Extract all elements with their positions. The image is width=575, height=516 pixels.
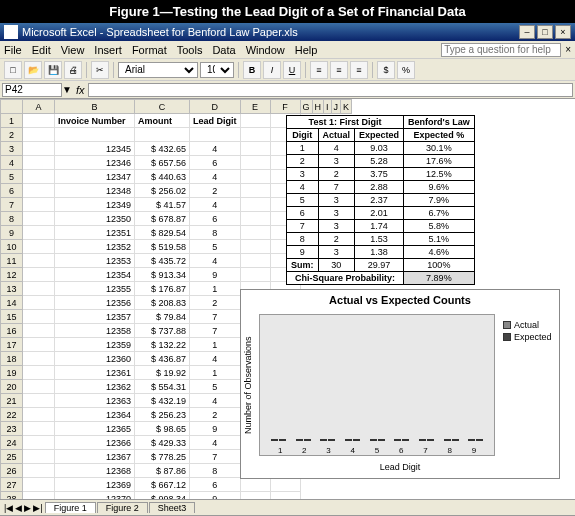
- tab-nav-last-icon[interactable]: ▶|: [33, 503, 42, 513]
- cell-amount[interactable]: $ 737.88: [135, 324, 190, 338]
- worksheet-grid[interactable]: ABCDEFGHIJK1Invoice NumberAmountLead Dig…: [0, 99, 575, 499]
- cell-invoice[interactable]: 12354: [55, 268, 135, 282]
- cell-lead-digit[interactable]: 4: [190, 142, 241, 156]
- cell-amount[interactable]: $ 435.72: [135, 254, 190, 268]
- col-header-D[interactable]: D: [190, 100, 241, 114]
- menu-file[interactable]: File: [4, 44, 22, 56]
- cell-amount[interactable]: $ 436.87: [135, 352, 190, 366]
- row-header[interactable]: 24: [1, 436, 23, 450]
- cell-amount[interactable]: $ 87.86: [135, 464, 190, 478]
- save-icon[interactable]: 💾: [44, 61, 62, 79]
- header-invoice[interactable]: Invoice Number: [55, 114, 135, 128]
- help-search-input[interactable]: [441, 43, 561, 57]
- menu-edit[interactable]: Edit: [32, 44, 51, 56]
- menu-view[interactable]: View: [61, 44, 85, 56]
- cell-amount[interactable]: $ 440.63: [135, 170, 190, 184]
- align-center-icon[interactable]: ≡: [330, 61, 348, 79]
- menu-help[interactable]: Help: [295, 44, 318, 56]
- col-header-I[interactable]: I: [324, 100, 332, 114]
- header-lead-digit[interactable]: Lead Digit: [190, 114, 241, 128]
- name-box[interactable]: P42: [2, 83, 62, 97]
- col-header-J[interactable]: J: [331, 100, 341, 114]
- cell-invoice[interactable]: 12353: [55, 254, 135, 268]
- tab-nav-next-icon[interactable]: ▶: [24, 503, 31, 513]
- row-header[interactable]: 20: [1, 380, 23, 394]
- cell-invoice[interactable]: 12347: [55, 170, 135, 184]
- row-header[interactable]: 7: [1, 198, 23, 212]
- cell-invoice[interactable]: 12365: [55, 422, 135, 436]
- font-name-select[interactable]: Arial: [118, 62, 198, 78]
- cell-amount[interactable]: $ 41.57: [135, 198, 190, 212]
- row-header[interactable]: 3: [1, 142, 23, 156]
- menu-tools[interactable]: Tools: [177, 44, 203, 56]
- cell-invoice[interactable]: [55, 128, 135, 142]
- cell-lead-digit[interactable]: 2: [190, 296, 241, 310]
- cell-lead-digit[interactable]: 9: [190, 492, 241, 500]
- cell-lead-digit[interactable]: 8: [190, 226, 241, 240]
- row-header[interactable]: 23: [1, 422, 23, 436]
- cell-lead-digit[interactable]: 8: [190, 464, 241, 478]
- cell-amount[interactable]: $ 829.54: [135, 226, 190, 240]
- formula-input[interactable]: [88, 83, 573, 97]
- cell-invoice[interactable]: 12348: [55, 184, 135, 198]
- header-amount[interactable]: Amount: [135, 114, 190, 128]
- cell-amount[interactable]: $ 998.34: [135, 492, 190, 500]
- cell-invoice[interactable]: 12363: [55, 394, 135, 408]
- cell-amount[interactable]: $ 132.22: [135, 338, 190, 352]
- cell-invoice[interactable]: 12366: [55, 436, 135, 450]
- cell-invoice[interactable]: 12357: [55, 310, 135, 324]
- row-header[interactable]: 1: [1, 114, 23, 128]
- tab-figure-2[interactable]: Figure 2: [97, 502, 148, 513]
- row-header[interactable]: 16: [1, 324, 23, 338]
- cell-amount[interactable]: $ 667.12: [135, 478, 190, 492]
- cell-invoice[interactable]: 12361: [55, 366, 135, 380]
- minimize-button[interactable]: –: [519, 25, 535, 39]
- cell-amount[interactable]: $ 432.19: [135, 394, 190, 408]
- cell-amount[interactable]: $ 554.31: [135, 380, 190, 394]
- cell-amount[interactable]: [135, 128, 190, 142]
- cell-lead-digit[interactable]: 4: [190, 394, 241, 408]
- cell-lead-digit[interactable]: 9: [190, 268, 241, 282]
- tab-figure-1[interactable]: Figure 1: [45, 502, 96, 513]
- cell-invoice[interactable]: 12345: [55, 142, 135, 156]
- cell-amount[interactable]: $ 657.56: [135, 156, 190, 170]
- row-header[interactable]: 14: [1, 296, 23, 310]
- row-header[interactable]: 9: [1, 226, 23, 240]
- col-header-F[interactable]: F: [270, 100, 300, 114]
- cell-lead-digit[interactable]: 4: [190, 198, 241, 212]
- cell-lead-digit[interactable]: 4: [190, 170, 241, 184]
- align-left-icon[interactable]: ≡: [310, 61, 328, 79]
- open-icon[interactable]: 📂: [24, 61, 42, 79]
- cell-lead-digit[interactable]: 5: [190, 380, 241, 394]
- cell-invoice[interactable]: 12367: [55, 450, 135, 464]
- cell-amount[interactable]: $ 519.58: [135, 240, 190, 254]
- cell-lead-digit[interactable]: 7: [190, 450, 241, 464]
- new-icon[interactable]: □: [4, 61, 22, 79]
- row-header[interactable]: 26: [1, 464, 23, 478]
- tab-sheet3[interactable]: Sheet3: [149, 502, 196, 513]
- cell-lead-digit[interactable]: 4: [190, 254, 241, 268]
- underline-icon[interactable]: U: [283, 61, 301, 79]
- cell-invoice[interactable]: 12359: [55, 338, 135, 352]
- row-header[interactable]: 4: [1, 156, 23, 170]
- row-header[interactable]: 2: [1, 128, 23, 142]
- col-header-A[interactable]: A: [23, 100, 55, 114]
- cell-amount[interactable]: $ 678.87: [135, 212, 190, 226]
- cell-invoice[interactable]: 12356: [55, 296, 135, 310]
- cell-amount[interactable]: $ 208.83: [135, 296, 190, 310]
- cell-amount[interactable]: $ 176.87: [135, 282, 190, 296]
- menu-insert[interactable]: Insert: [94, 44, 122, 56]
- cell-lead-digit[interactable]: 7: [190, 324, 241, 338]
- cell-lead-digit[interactable]: 7: [190, 310, 241, 324]
- cell-amount[interactable]: $ 19.92: [135, 366, 190, 380]
- italic-icon[interactable]: I: [263, 61, 281, 79]
- cell-lead-digit[interactable]: 1: [190, 366, 241, 380]
- cell-amount[interactable]: $ 778.25: [135, 450, 190, 464]
- close-button[interactable]: ×: [555, 25, 571, 39]
- row-header[interactable]: 27: [1, 478, 23, 492]
- bold-icon[interactable]: B: [243, 61, 261, 79]
- cell-invoice[interactable]: 12358: [55, 324, 135, 338]
- row-header[interactable]: 25: [1, 450, 23, 464]
- cell-invoice[interactable]: 12369: [55, 478, 135, 492]
- row-header[interactable]: 17: [1, 338, 23, 352]
